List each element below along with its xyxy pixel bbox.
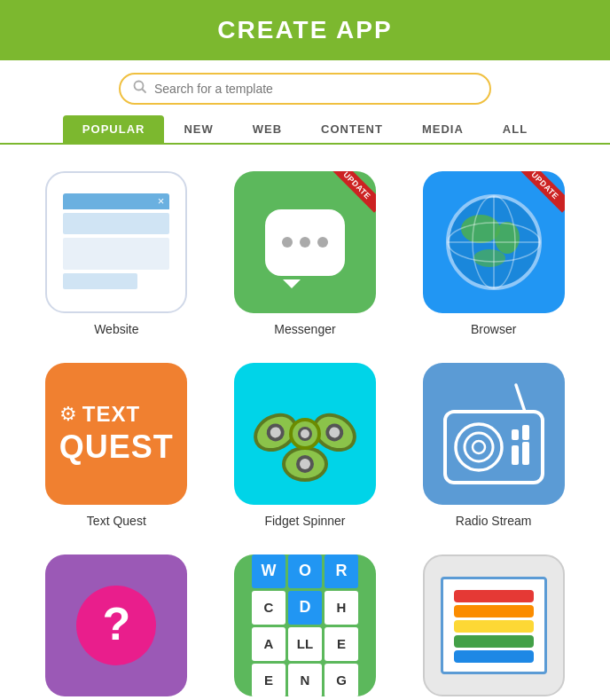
- svg-rect-32: [522, 425, 529, 440]
- app-label-textquest: Text Quest: [87, 514, 146, 528]
- svg-point-25: [301, 429, 309, 438]
- app-icon-website: [45, 171, 187, 313]
- svg-point-21: [300, 459, 310, 469]
- app-label-website: Website: [94, 322, 138, 336]
- app-quiz[interactable]: ? Simple Quiz: [35, 554, 198, 700]
- word-grid: W O R C D H A LL E E N G: [243, 554, 367, 696]
- app-label-browser: Browser: [471, 322, 516, 336]
- word-cell-r: R: [325, 554, 358, 588]
- website-row3: [63, 273, 137, 289]
- search-tabs-container: POPULAR NEW WEB CONTENT MEDIA ALL: [0, 60, 610, 145]
- scratch-frame: [441, 577, 547, 674]
- svg-line-26: [516, 385, 525, 412]
- dot1: [282, 237, 293, 248]
- scratch-svg: [450, 586, 538, 665]
- svg-rect-34: [522, 442, 529, 465]
- svg-point-4: [495, 222, 520, 254]
- tab-content[interactable]: CONTENT: [301, 115, 403, 143]
- app-browser[interactable]: UPDATE Browser: [412, 171, 575, 336]
- svg-line-1: [143, 90, 146, 93]
- word-cell-o: O: [288, 554, 322, 588]
- page-title: CREATE APP: [0, 16, 610, 44]
- word-cell-w: W: [252, 554, 285, 588]
- svg-rect-35: [454, 590, 534, 602]
- app-icon-textquest: ⚙ TEXT QUEST: [45, 363, 187, 505]
- quiz-circle: ?: [76, 586, 156, 665]
- word-cell-g: G: [325, 664, 358, 697]
- messenger-bubble: [265, 209, 345, 276]
- app-word[interactable]: W O R C D H A LL E E N G Word Challenge: [224, 554, 387, 700]
- app-icon-radio: [423, 363, 565, 505]
- svg-rect-38: [454, 635, 534, 648]
- website-graphic: [63, 193, 169, 291]
- app-icon-word: W O R C D H A LL E E N G: [234, 554, 376, 696]
- app-label-messenger: Messenger: [274, 322, 335, 336]
- word-cell-n: N: [288, 664, 322, 697]
- tq-text-label: TEXT: [82, 402, 140, 427]
- app-icon-scratch: [423, 554, 565, 696]
- app-icon-browser: UPDATE: [423, 171, 565, 313]
- app-icon-quiz: ?: [45, 554, 187, 696]
- svg-rect-31: [512, 429, 519, 440]
- app-icon-messenger: UPDATE: [234, 171, 376, 313]
- word-cell-d: D: [288, 591, 322, 625]
- word-cell-h: H: [325, 591, 358, 625]
- website-row1: [63, 213, 169, 234]
- svg-rect-36: [454, 605, 534, 617]
- word-cell-e: E: [325, 627, 358, 661]
- dot2: [300, 237, 310, 248]
- website-row2: [63, 238, 169, 270]
- badge-messenger-label: UPDATE: [329, 171, 376, 213]
- svg-point-5: [473, 249, 505, 267]
- search-input[interactable]: [154, 82, 477, 96]
- svg-point-29: [465, 433, 493, 461]
- app-scratch[interactable]: Scratch game: [412, 554, 575, 700]
- app-icon-fidget: [234, 363, 376, 505]
- svg-point-30: [473, 441, 485, 453]
- badge-browser: UPDATE: [517, 171, 565, 219]
- app-label-fidget: Fidget Spinner: [264, 514, 345, 528]
- word-cell-ll: LL: [288, 627, 322, 661]
- svg-point-28: [456, 424, 502, 470]
- badge-browser-label: UPDATE: [518, 171, 565, 213]
- textquest-inner: ⚙ TEXT QUEST: [45, 388, 187, 480]
- app-label-radio: Radio Stream: [456, 514, 532, 528]
- svg-rect-37: [454, 620, 534, 633]
- quiz-question-mark: ?: [102, 597, 130, 650]
- dot3: [317, 237, 328, 248]
- search-bar[interactable]: [119, 73, 491, 105]
- svg-rect-33: [512, 445, 519, 465]
- app-textquest[interactable]: ⚙ TEXT QUEST Text Quest: [35, 363, 198, 528]
- app-messenger[interactable]: UPDATE Messenger: [224, 171, 387, 336]
- search-icon: [133, 80, 147, 98]
- tab-web[interactable]: WEB: [233, 115, 301, 143]
- app-radio[interactable]: Radio Stream: [412, 363, 575, 528]
- app-website[interactable]: Website: [35, 171, 198, 336]
- app-fidget[interactable]: Fidget Spinner: [224, 363, 387, 528]
- tab-bar: POPULAR NEW WEB CONTENT MEDIA ALL: [0, 115, 610, 145]
- fidget-spinner-svg: [247, 376, 363, 492]
- tab-all[interactable]: ALL: [483, 115, 547, 143]
- website-topbar: [63, 193, 169, 209]
- word-cell-e2: E: [252, 664, 285, 697]
- tq-gear-icon: ⚙: [59, 403, 77, 426]
- tq-row1: ⚙ TEXT: [59, 402, 140, 427]
- app-grid: Website UPDATE Messenger UPDATE: [0, 145, 610, 700]
- word-cell-c: C: [252, 591, 285, 625]
- header: CREATE APP: [0, 0, 610, 60]
- tq-quest-label: QUEST: [59, 429, 174, 466]
- tab-popular[interactable]: POPULAR: [63, 115, 165, 143]
- svg-rect-39: [454, 650, 534, 663]
- word-cell-a: A: [252, 627, 285, 661]
- tab-media[interactable]: MEDIA: [403, 115, 483, 143]
- radio-svg: [427, 367, 560, 500]
- tab-new[interactable]: NEW: [164, 115, 232, 143]
